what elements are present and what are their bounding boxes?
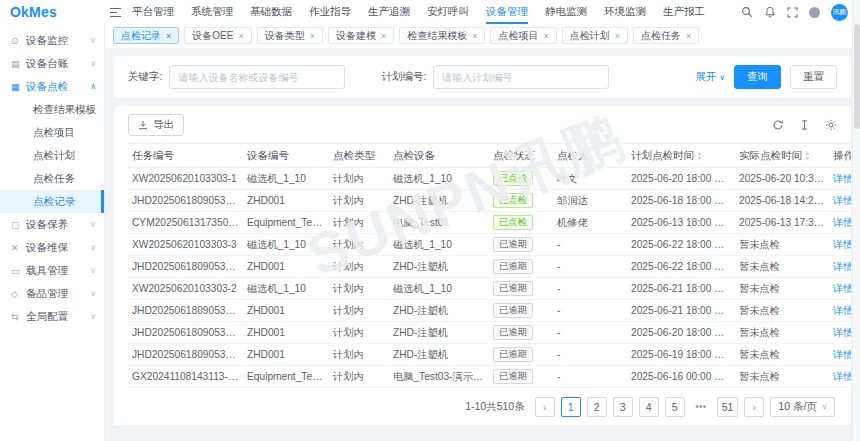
sidebar-subitem-2-3[interactable]: 点检任务 (0, 167, 104, 190)
scrollbar-thumb[interactable] (854, 24, 860, 129)
search-button[interactable]: 查询 (734, 65, 781, 89)
cell-device: 磁选机_1_10 (389, 234, 489, 256)
cell-actions: 详情 (829, 168, 851, 190)
sidebar-subitem-2-1[interactable]: 点检项目 (0, 121, 104, 144)
nav-item-8[interactable]: 环境监测 (604, 0, 646, 24)
sidebar-item-3[interactable]: ▢设备保养∨ (0, 213, 104, 236)
page-button-3[interactable]: 3 (613, 397, 633, 417)
cell-type: 计划内 (329, 344, 389, 366)
detail-link[interactable]: 详情 (833, 283, 851, 294)
column-label: 任务编号 (132, 149, 174, 161)
sidebar-item-5[interactable]: ▭载具管理∨ (0, 259, 104, 282)
page-size-select[interactable]: 10 条/页 ∨ (770, 397, 835, 417)
tab-label: 点检项目 (498, 29, 538, 43)
tab-5[interactable]: 点检项目× (490, 27, 556, 44)
detail-link[interactable]: 详情 (833, 217, 851, 228)
tab-0[interactable]: 点检记录× (113, 27, 179, 44)
cell-device-no: 磁选机_1_10 (243, 234, 329, 256)
sort-icon[interactable]: ▲▼ (697, 151, 702, 161)
tab-1[interactable]: 设备OEE× (184, 27, 251, 44)
search-icon[interactable] (741, 6, 753, 18)
close-icon[interactable]: × (238, 31, 243, 41)
inspection-icon: ▦ (11, 82, 26, 92)
close-icon[interactable]: × (310, 31, 315, 41)
nav-item-7[interactable]: 静电监测 (545, 0, 587, 24)
nav-item-2[interactable]: 基础数据 (250, 0, 292, 24)
page-button-5[interactable]: 5 (665, 397, 685, 417)
pagination-total: 1-10共510条 (465, 400, 525, 414)
nav-item-1[interactable]: 系统管理 (191, 0, 233, 24)
tab-6[interactable]: 点检计划× (562, 27, 628, 44)
chevron-down-icon: ∨ (90, 266, 96, 275)
detail-link[interactable]: 详情 (833, 327, 851, 338)
fullscreen-icon[interactable] (787, 7, 798, 18)
nav-item-6[interactable]: 设备管理 (486, 0, 528, 24)
sidebar-item-1[interactable]: ▤设备台账∨ (0, 52, 104, 75)
theme-icon[interactable] (809, 7, 820, 18)
nav-item-9[interactable]: 生产报工 (663, 0, 705, 24)
cell-device: 电脑_Test03-演示专用 (389, 366, 489, 388)
cell-actions: 详情 (829, 256, 851, 278)
notification-bell-icon[interactable] (764, 6, 776, 18)
detail-link[interactable]: 详情 (833, 173, 851, 184)
export-button[interactable]: 导出 (128, 114, 184, 136)
page-button-2[interactable]: 2 (587, 397, 607, 417)
close-icon[interactable]: × (686, 31, 691, 41)
scrollbar-track[interactable] (852, 0, 860, 441)
cell-status: 已逾期 (489, 366, 553, 388)
plan-no-input[interactable] (433, 65, 609, 89)
sidebar-item-7[interactable]: ⇆全局配置∨ (0, 305, 104, 328)
cell-task-no: CYM20250613173502-1 (128, 212, 243, 234)
column-header-3: 点检设备 (389, 144, 489, 168)
sidebar-subitem-2-0[interactable]: 检查结果模板 (0, 98, 104, 121)
close-icon[interactable]: × (615, 31, 620, 41)
keyword-input[interactable] (169, 65, 345, 89)
close-icon[interactable]: × (381, 31, 386, 41)
nav-item-3[interactable]: 作业指导 (309, 0, 351, 24)
chevron-down-icon: ∨ (90, 243, 96, 252)
page-button-51[interactable]: 51 (717, 397, 739, 417)
settings-gear-icon[interactable] (825, 119, 837, 131)
tab-7[interactable]: 点检任务× (633, 27, 699, 44)
sidebar-subitem-2-4[interactable]: 点检记录 (0, 190, 104, 213)
cell-planned-time: 2025-06-22 18:00 截止 (627, 256, 735, 278)
next-page-button[interactable]: › (744, 397, 764, 417)
detail-link[interactable]: 详情 (833, 305, 851, 316)
close-icon[interactable]: × (543, 31, 548, 41)
sidebar-subitem-2-2[interactable]: 点检计划 (0, 144, 104, 167)
column-label: 点检状态 (493, 149, 535, 161)
collapse-sidebar-icon[interactable] (109, 7, 122, 18)
page-button-1[interactable]: 1 (561, 397, 581, 417)
detail-link[interactable]: 详情 (833, 261, 851, 272)
detail-link[interactable]: 详情 (833, 371, 851, 382)
tab-4[interactable]: 检查结果模板× (399, 27, 485, 44)
reset-button[interactable]: 重置 (790, 65, 837, 89)
detail-link[interactable]: 详情 (833, 349, 851, 360)
inspection-records-table: 任务编号设备编号点检类型点检设备点检状态点检人计划点检时间▲▼实际点检时间▲▼操… (128, 143, 851, 388)
column-height-icon[interactable] (799, 119, 810, 131)
refresh-icon[interactable] (772, 119, 784, 131)
cell-actual-time: 2025-06-20 10:33:40 (735, 168, 829, 190)
nav-item-0[interactable]: 平台管理 (132, 0, 174, 24)
sidebar-item-2[interactable]: ▦设备点检∧ (0, 75, 104, 98)
expand-filters-link[interactable]: 展开 ∨ (695, 70, 725, 84)
nav-item-5[interactable]: 安灯呼叫 (427, 0, 469, 24)
sidebar-item-4[interactable]: ✕设备维保∨ (0, 236, 104, 259)
status-badge: 已逾期 (493, 369, 533, 384)
cell-device-no: ZHD001 (243, 344, 329, 366)
sidebar-item-0[interactable]: ⊙设备监控∨ (0, 29, 104, 52)
sidebar-item-6[interactable]: ◇备品管理∨ (0, 282, 104, 305)
prev-page-button[interactable]: ‹ (535, 397, 555, 417)
chevron-down-icon: ∨ (90, 220, 96, 229)
user-avatar[interactable]: 讯鹏 (831, 4, 848, 21)
page-button-4[interactable]: 4 (639, 397, 659, 417)
nav-item-4[interactable]: 生产追溯 (368, 0, 410, 24)
close-icon[interactable]: × (472, 31, 477, 41)
tab-2[interactable]: 设备类型× (257, 27, 323, 44)
detail-link[interactable]: 详情 (833, 239, 851, 250)
tab-3[interactable]: 设备建模× (328, 27, 394, 44)
sort-icon[interactable]: ▲▼ (805, 151, 810, 161)
close-icon[interactable]: × (166, 31, 171, 41)
detail-link[interactable]: 详情 (833, 195, 851, 206)
table-row-6: JHD20250618090533-4ZHD001计划内ZHD-注塑机已逾期-2… (128, 300, 851, 322)
